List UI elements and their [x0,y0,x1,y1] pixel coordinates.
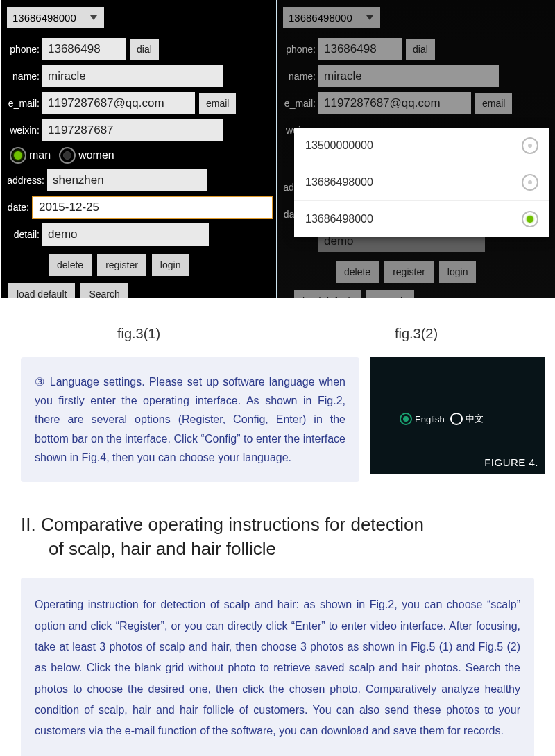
radio-selected[interactable] [522,211,538,227]
popup-option-label: 13686498000 [305,213,373,225]
popup-option-label: 13500000000 [305,139,373,152]
name-row: name: miracle [4,64,273,89]
name-label: name: [4,71,42,82]
email-input[interactable]: 1197287687@qq.com [42,92,195,114]
dial-button[interactable]: dial [130,39,159,60]
date-label: date: [4,202,32,213]
radio-unselected-icon [63,151,71,160]
action-bar-2: load default Search [8,283,273,298]
email-button[interactable]: email [199,93,236,114]
address-label: address: [4,175,47,186]
section-2-title-line1: II. Comparative operating instructions f… [21,514,424,535]
language-settings-text: ③ Language settings. Please set up softw… [21,357,359,482]
svg-marker-0 [90,15,97,20]
women-radio[interactable] [59,147,76,164]
load-default-button[interactable]: load default [8,283,75,298]
popup-item-2[interactable]: 13686498000 [294,201,549,237]
chinese-radio[interactable] [450,413,463,425]
figure-4-caption: FIGURE 4. [484,456,538,468]
address-row: address: shenzhen [4,168,273,193]
detail-row: detail: demo [4,222,273,247]
captions-row: fig.3(1) fig.3(2) [0,326,555,342]
register-button[interactable]: register [97,254,146,276]
radio-dot-icon [527,216,533,223]
weixin-row: weixin: 1197287687 [4,118,273,143]
action-bar-1: delete register login [49,254,273,276]
user-dropdown[interactable]: 13686498000 [7,7,104,28]
section-2-body: Operating instruction for detection of s… [21,578,534,756]
popup-item-0[interactable]: 13500000000 [294,128,549,164]
radio-dot-icon [528,180,532,184]
popup-option-label: 13686498000 [305,176,373,189]
weixin-input[interactable]: 1197287687 [42,119,223,141]
fig31-caption: fig.3(1) [0,326,278,342]
detail-input[interactable]: demo [42,223,209,246]
date-row: date: 2015-12-25 [4,195,273,220]
gender-row: man women [10,147,273,164]
email-label: e_mail: [4,98,42,109]
language-radio-row: English 中文 [400,413,484,425]
radio-dot-icon [528,144,532,148]
phone-label: phone: [4,44,42,55]
caret-down-icon [89,14,99,21]
language-row: ③ Language settings. Please set up softw… [0,357,555,482]
radio-unselected[interactable] [522,174,538,191]
popup-item-1[interactable]: 13686498000 [294,164,549,201]
fig3-2-container: 13686498000 phone: 13686498 dial name: m… [278,0,555,298]
phone-select-popup: 13500000000 13686498000 13686498000 [294,128,549,237]
phone-input[interactable]: 13686498 [42,38,126,60]
weixin-label: weixin: [4,125,42,136]
fig32-caption: fig.3(2) [278,326,555,342]
section-2-title: II. Comparative operating instructions f… [21,513,555,561]
detail-label: detail: [4,229,42,240]
english-radio[interactable] [400,413,412,425]
name-input[interactable]: miracle [42,65,223,87]
delete-button[interactable]: delete [49,254,92,276]
women-label: women [78,149,114,162]
dropdown-value: 13686498000 [12,12,76,24]
man-label: man [29,149,51,162]
man-radio[interactable] [10,147,26,164]
english-label: English [415,414,445,424]
date-input[interactable]: 2015-12-25 [32,196,273,219]
address-input[interactable]: shenzhen [47,169,207,191]
radio-unselected[interactable] [522,137,538,154]
search-button[interactable]: Search [80,283,128,298]
phone-row: phone: 13686498 dial [4,37,273,62]
app-screen-left: 13686498000 phone: 13686498 dial name: m… [0,0,278,298]
figure-4: English 中文 FIGURE 4. [370,357,545,474]
radio-selected-icon [403,416,409,422]
email-row: e_mail: 1197287687@qq.com email [4,91,273,116]
radio-selected-icon [14,151,22,160]
chinese-label: 中文 [466,413,484,425]
app-screen-right: 13686498000 phone: 13686498 dial name: m… [278,0,555,298]
section-2-title-line2: of scalp, hair and hair follicle [49,537,555,561]
login-button[interactable]: login [152,254,189,276]
fig3-1-container: 13686498000 phone: 13686498 dial name: m… [0,0,278,298]
figures-row: 13686498000 phone: 13686498 dial name: m… [0,0,555,298]
